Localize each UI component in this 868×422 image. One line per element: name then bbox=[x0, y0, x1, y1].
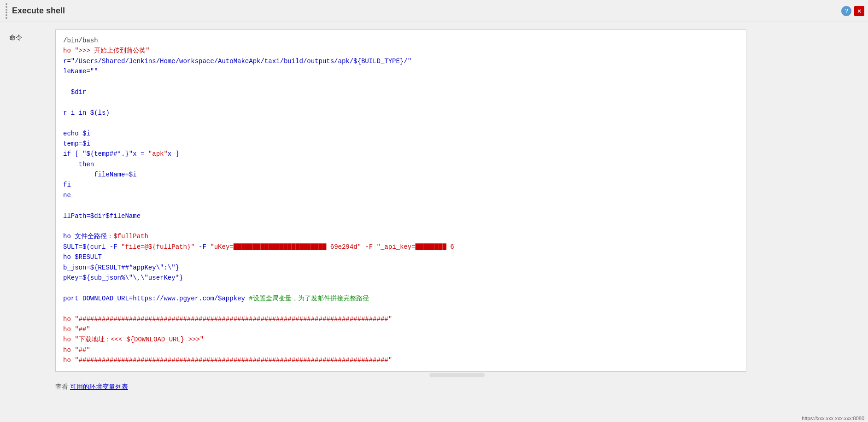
editor-column: /bin/bashho ">>> 开始上传到蒲公英"r="/Users/Shar… bbox=[55, 29, 859, 391]
code-line: b_json=${RESULT##*appKey\":\"} bbox=[63, 263, 739, 273]
code-editor[interactable]: /bin/bashho ">>> 开始上传到蒲公英"r="/Users/Shar… bbox=[55, 29, 746, 372]
code-line: ho 文件全路径：$fullPath bbox=[63, 231, 739, 241]
code-line: r i in $(ls) bbox=[63, 108, 739, 118]
bottom-bar: https://xxx.xxx.xxx.xxx:8080 bbox=[798, 415, 868, 422]
code-line bbox=[63, 304, 739, 314]
horizontal-scrollbar[interactable] bbox=[429, 373, 485, 377]
code-line: ho "##" bbox=[63, 324, 739, 334]
code-line bbox=[63, 118, 739, 128]
command-label: 命令 bbox=[9, 34, 22, 41]
code-line: fileName=$i bbox=[63, 170, 739, 180]
code-line: ho ">>> 开始上传到蒲公英" bbox=[63, 46, 739, 56]
footer-text: 查看 可用的环境变量列表 bbox=[55, 383, 859, 391]
code-line: SULT=$(curl -F "file=@${fullPath}" -F "u… bbox=[63, 242, 739, 252]
scrollbar-area bbox=[55, 373, 859, 377]
code-line: $dir bbox=[63, 87, 739, 97]
main-content: 命令 /bin/bashho ">>> 开始上传到蒲公英"r="/Users/S… bbox=[0, 22, 868, 399]
code-line bbox=[63, 97, 739, 107]
help-button[interactable]: ? bbox=[841, 6, 851, 16]
code-line: port DOWNLOAD_URL=https://www.pgyer.com/… bbox=[63, 293, 739, 304]
code-line: ho "####################################… bbox=[63, 355, 739, 365]
title-bar: Execute shell ? × bbox=[0, 0, 868, 22]
footer-prefix: 查看 bbox=[55, 383, 70, 390]
code-line bbox=[63, 283, 739, 293]
code-line: ho $RESULT bbox=[63, 252, 739, 262]
url-display: https://xxx.xxx.xxx.xxx:8080 bbox=[802, 416, 864, 421]
code-line: ho "##" bbox=[63, 345, 739, 355]
code-line: /bin/bash bbox=[63, 35, 739, 46]
code-line: llPath=$dir$fileName bbox=[63, 211, 739, 221]
close-button[interactable]: × bbox=[854, 6, 864, 16]
env-vars-link[interactable]: 可用的环境变量列表 bbox=[70, 383, 128, 390]
code-line bbox=[63, 77, 739, 87]
page-title: Execute shell bbox=[12, 6, 65, 16]
code-line: echo $i bbox=[63, 129, 739, 139]
code-line: ne bbox=[63, 190, 739, 200]
code-line: fi bbox=[63, 180, 739, 190]
code-line: temp=$i bbox=[63, 139, 739, 149]
code-line: then bbox=[63, 159, 739, 170]
code-line: leName="" bbox=[63, 66, 739, 76]
code-line bbox=[63, 200, 739, 211]
code-line: r="/Users/Shared/Jenkins/Home/workspace/… bbox=[63, 56, 739, 66]
code-line bbox=[63, 221, 739, 231]
code-line: pKey=${sub_json%\"\,\"userKey*} bbox=[63, 273, 739, 283]
code-line: if [ "${temp##*.}"x = "apk"x ] bbox=[63, 149, 739, 159]
drag-handle bbox=[6, 3, 7, 19]
label-column: 命令 bbox=[9, 29, 46, 391]
code-line: ho "下载地址：<<< ${DOWNLOAD_URL} >>>" bbox=[63, 334, 739, 345]
code-line: ho "####################################… bbox=[63, 314, 739, 324]
